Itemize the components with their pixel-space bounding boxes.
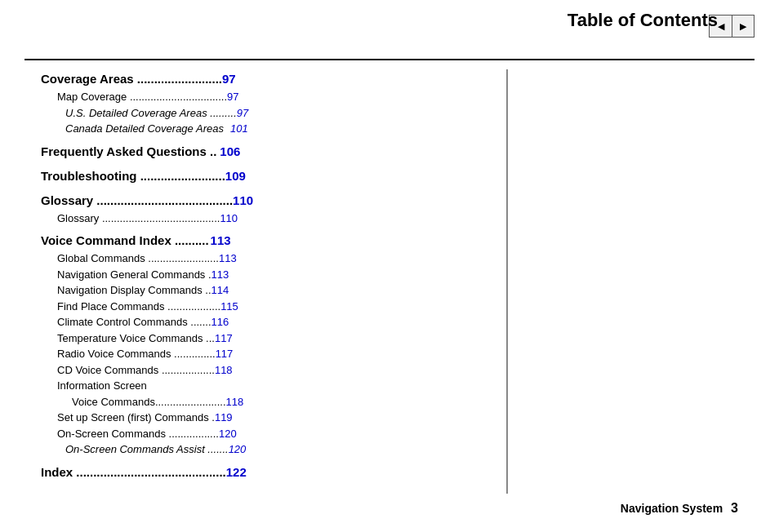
toc-main-glossary[interactable]: Glossary ...............................… — [41, 191, 498, 211]
toc-page: 122 — [226, 463, 247, 482]
vertical-divider — [506, 69, 508, 494]
toc-sub-find-place[interactable]: Find Place Commands .................. 1… — [41, 299, 498, 315]
toc-sub-label: Set up Screen (first) Commands . — [57, 410, 215, 426]
toc-sub-nav-display[interactable]: Navigation Display Commands .. 114 — [41, 282, 498, 299]
toc-sub-info-screen-voice[interactable]: Voice Commands........................ 1… — [57, 394, 498, 410]
section-troubleshooting: Troubleshooting ........................… — [41, 166, 498, 186]
forward-icon: ▶ — [740, 21, 746, 32]
toc-sub-page: 120 — [219, 426, 237, 442]
toc-label: Voice Command Index .......... — [41, 231, 209, 250]
toc-page: 109 — [225, 166, 246, 186]
toc-sub-radio-voice[interactable]: Radio Voice Commands .............. 117 — [41, 346, 498, 362]
toc-sub-label: On-Screen Commands ................. — [57, 426, 219, 442]
toc-sub-page: 113 — [211, 267, 229, 283]
section-voice-command-index: Voice Command Index .......... 113 Globa… — [41, 231, 498, 458]
toc-label: Troubleshooting ........................… — [41, 166, 225, 186]
footer: Navigation System 3 — [621, 501, 738, 516]
toc-sub-label: Global Commands ........................ — [57, 250, 219, 267]
section-glossary: Glossary ...............................… — [41, 191, 498, 227]
toc-sub-nav-general[interactable]: Navigation General Commands . 113 — [41, 267, 498, 283]
toc-sub-page: 118 — [215, 362, 233, 379]
toc-sub-climate[interactable]: Climate Control Commands ....... 116 — [41, 314, 498, 330]
toc-sub-label: Map Coverage ...........................… — [57, 89, 227, 105]
toc-sub-global-commands[interactable]: Global Commands ........................… — [41, 250, 498, 267]
toc-main-faq[interactable]: Frequently Asked Questions .. 106 — [41, 142, 498, 162]
toc-sub-label: CD Voice Commands .................. — [57, 362, 215, 379]
toc-sub-glossary[interactable]: Glossary ...............................… — [41, 211, 498, 227]
toc-main-index[interactable]: Index ..................................… — [41, 463, 498, 482]
toc-sub-label: Find Place Commands .................. — [57, 299, 220, 315]
toc-main-troubleshooting[interactable]: Troubleshooting ........................… — [41, 166, 498, 186]
toc-sub-us-coverage[interactable]: U.S. Detailed Coverage Areas ......... 9… — [41, 105, 498, 122]
toc-sub-label: Glossary ...............................… — [57, 211, 220, 227]
toc-sub-page: 110 — [220, 211, 238, 227]
toc-page: 97 — [222, 69, 236, 89]
toc-sub-page: 120 — [229, 441, 247, 458]
toc-sub-label: Canada Detailed Coverage Areas — [65, 121, 224, 137]
toc-content: Coverage Areas .........................… — [41, 69, 498, 487]
toc-sub-page: 97 — [237, 105, 248, 122]
toc-page: 106 — [220, 142, 240, 162]
toc-sub-onscreen-assist[interactable]: On-Screen Commands Assist ....... 120 — [41, 441, 498, 458]
toc-sub-page: 119 — [215, 410, 233, 426]
toc-sub-info-screen-block: Information Screen Voice Commands.......… — [41, 378, 498, 410]
toc-main-voice-command-index[interactable]: Voice Command Index .......... 113 — [41, 231, 498, 250]
toc-sub-label: Temperature Voice Commands ... — [57, 330, 215, 347]
page-title-area: Table of Contents — [568, 10, 718, 31]
toc-sub-page: 117 — [216, 346, 234, 362]
toc-sub-page: 117 — [215, 330, 233, 347]
toc-label: Glossary ...............................… — [41, 191, 233, 211]
toc-sub-page: 97 — [227, 89, 238, 105]
toc-label: Frequently Asked Questions .. — [41, 142, 216, 162]
toc-page: 110 — [233, 191, 253, 211]
toc-sub-label: Voice Commands........................ — [65, 394, 226, 410]
section-index: Index ..................................… — [41, 463, 498, 482]
toc-sub-onscreen-commands[interactable]: On-Screen Commands ................. 120 — [41, 426, 498, 442]
toc-sub-canada-coverage[interactable]: Canada Detailed Coverage Areas 101 — [41, 121, 498, 137]
toc-sub-page: 118 — [226, 394, 244, 410]
back-icon: ◀ — [718, 21, 724, 32]
toc-sub-page: 114 — [211, 282, 229, 299]
toc-sub-page: 113 — [219, 250, 237, 267]
forward-button[interactable]: ▶ — [732, 15, 755, 38]
toc-sub-label: Navigation Display Commands .. — [57, 282, 211, 299]
toc-sub-page: 101 — [230, 121, 248, 137]
toc-sub-label: Navigation General Commands . — [57, 267, 211, 283]
toc-sub-label: Climate Control Commands ....... — [57, 314, 211, 330]
title-rule — [24, 59, 755, 60]
toc-sub-info-screen-label: Information Screen — [57, 378, 498, 394]
toc-sub-label: On-Screen Commands Assist ....... — [65, 441, 229, 458]
footer-text: Navigation System — [621, 502, 723, 515]
section-faq: Frequently Asked Questions .. 106 — [41, 142, 498, 162]
toc-sub-cd-voice[interactable]: CD Voice Commands .................. 118 — [41, 362, 498, 379]
toc-label: Coverage Areas ......................... — [41, 69, 222, 89]
toc-main-coverage-areas[interactable]: Coverage Areas .........................… — [41, 69, 498, 89]
toc-sub-temp-voice[interactable]: Temperature Voice Commands ... 117 — [41, 330, 498, 347]
toc-page: 113 — [211, 231, 231, 250]
toc-sub-page: 116 — [211, 314, 229, 330]
toc-sub-label: U.S. Detailed Coverage Areas ......... — [65, 105, 237, 122]
footer-page: 3 — [731, 501, 738, 516]
section-coverage-areas: Coverage Areas .........................… — [41, 69, 498, 137]
page-title: Table of Contents — [568, 10, 718, 30]
toc-sub-page: 115 — [220, 299, 238, 315]
toc-sub-setup-screen[interactable]: Set up Screen (first) Commands . 119 — [41, 410, 498, 426]
toc-sub-label: Radio Voice Commands .............. — [57, 346, 216, 362]
toc-sub-map-coverage[interactable]: Map Coverage ...........................… — [41, 89, 498, 105]
toc-label: Index ..................................… — [41, 463, 226, 482]
